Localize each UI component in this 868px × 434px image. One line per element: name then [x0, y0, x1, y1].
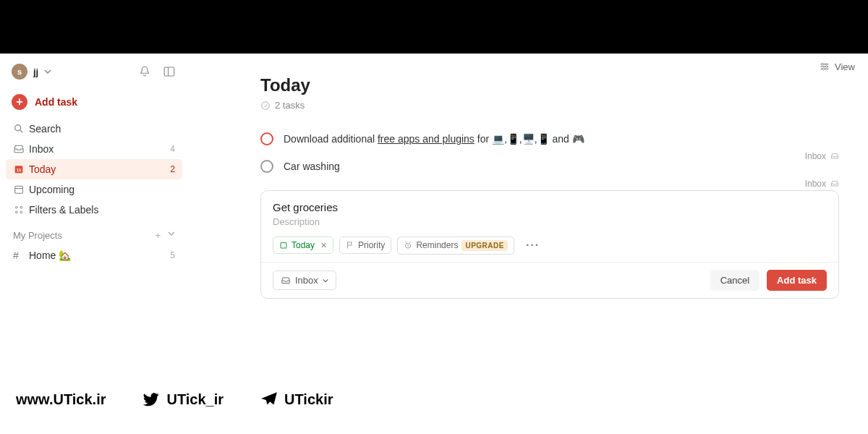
- due-date-chip[interactable]: Today ✕: [273, 237, 333, 254]
- priority-chip[interactable]: Priority: [339, 237, 391, 254]
- telegram-icon: [260, 390, 278, 409]
- website-link[interactable]: www.UTick.ir: [16, 391, 106, 408]
- search-icon: [13, 123, 29, 135]
- reminders-chip[interactable]: Reminders UPGRADE: [397, 237, 514, 255]
- alarm-icon: [404, 241, 412, 250]
- main-content: View Today 2 tasks Download additional f…: [188, 54, 868, 365]
- sidebar: s jj + Add task Search Inbox: [0, 54, 188, 365]
- add-task-submit-button[interactable]: Add task: [767, 270, 827, 291]
- inbox-icon: [281, 276, 291, 286]
- svg-point-8: [15, 206, 17, 208]
- user-menu[interactable]: s jj: [12, 64, 51, 80]
- notifications-button[interactable]: [137, 64, 152, 79]
- svg-point-11: [20, 211, 22, 213]
- sidebar-item-label: Upcoming: [29, 184, 175, 195]
- task-checkbox[interactable]: [260, 160, 273, 173]
- sidebar-item-label: Filters & Labels: [29, 204, 175, 216]
- task-count-text: 2 tasks: [275, 100, 305, 111]
- task-link[interactable]: free apps and plugins: [378, 133, 475, 145]
- twitter-icon: [142, 390, 161, 409]
- task-title-input[interactable]: [273, 201, 827, 213]
- sidebar-item-label: Home 🏡: [29, 250, 170, 261]
- task-checkbox[interactable]: [260, 132, 273, 145]
- inbox-icon: [13, 143, 29, 155]
- sidebar-item-label: Today: [29, 163, 170, 175]
- view-label: View: [835, 61, 855, 72]
- sidebar-item-inbox[interactable]: Inbox 4: [6, 139, 182, 159]
- footer-branding: www.UTick.ir UTick_ir UTickir: [0, 365, 868, 434]
- remove-date-button[interactable]: ✕: [320, 241, 327, 250]
- page-title: Today: [260, 75, 839, 95]
- add-project-button[interactable]: +: [155, 230, 161, 241]
- sidebar-project-home[interactable]: # Home 🏡 5: [6, 245, 182, 265]
- panel-icon: [163, 65, 176, 78]
- svg-rect-0: [164, 67, 174, 76]
- task-row[interactable]: Download additional free apps and plugin…: [260, 125, 839, 153]
- sidebar-item-upcoming[interactable]: Upcoming: [6, 179, 182, 200]
- sidebar-item-label: Search: [29, 123, 175, 135]
- add-task-label: Add task: [35, 96, 77, 108]
- sidebar-section-projects[interactable]: My Projects +: [6, 220, 182, 245]
- svg-point-18: [262, 101, 270, 109]
- sidebar-item-filters[interactable]: Filters & Labels: [6, 200, 182, 220]
- svg-point-16: [825, 66, 827, 68]
- grid-icon: [13, 204, 29, 216]
- username-label: jj: [33, 67, 38, 77]
- view-button[interactable]: View: [819, 61, 855, 72]
- svg-line-3: [20, 130, 22, 132]
- sidebar-item-count: 4: [170, 144, 175, 154]
- task-row[interactable]: Car washing Inbox: [260, 153, 839, 180]
- sliders-icon: [819, 61, 830, 72]
- plus-circle-icon: +: [12, 94, 27, 110]
- hash-icon: #: [13, 250, 29, 261]
- sidebar-toggle-button[interactable]: [162, 64, 176, 79]
- upgrade-badge: UPGRADE: [461, 240, 508, 251]
- task-count: 2 tasks: [260, 100, 839, 111]
- svg-point-10: [15, 211, 17, 213]
- task-title: Download additional free apps and plugin…: [284, 133, 584, 145]
- check-circle-icon: [260, 101, 271, 111]
- telegram-link[interactable]: UTickir: [260, 390, 333, 409]
- svg-point-2: [15, 125, 21, 131]
- inbox-icon: [830, 179, 839, 188]
- section-title: My Projects: [13, 230, 62, 241]
- task-description-input[interactable]: Description: [273, 216, 827, 227]
- avatar: s: [12, 64, 27, 80]
- flag-icon: [346, 241, 354, 250]
- project-selector[interactable]: Inbox: [273, 271, 336, 290]
- more-options-button[interactable]: ···: [520, 236, 545, 255]
- svg-rect-19: [281, 243, 286, 249]
- add-task-button[interactable]: + Add task: [6, 90, 182, 114]
- twitter-link[interactable]: UTick_ir: [142, 390, 224, 409]
- bell-icon: [138, 65, 151, 78]
- chevron-down-icon[interactable]: [168, 230, 175, 237]
- chevron-down-icon: [323, 278, 328, 284]
- task-project-label[interactable]: Inbox: [805, 179, 839, 189]
- calendar-icon: [13, 184, 29, 195]
- cancel-button[interactable]: Cancel: [710, 270, 760, 291]
- chevron-down-icon: [44, 68, 51, 75]
- svg-rect-6: [15, 186, 23, 193]
- sidebar-item-today[interactable]: 11 Today 2: [6, 159, 182, 179]
- task-title: Car washing: [284, 161, 340, 172]
- calendar-icon: [279, 241, 288, 250]
- calendar-today-icon: 11: [13, 163, 29, 175]
- sidebar-item-label: Inbox: [29, 143, 170, 155]
- svg-point-15: [822, 63, 824, 65]
- task-editor: Description Today ✕ Priority Reminders: [260, 190, 839, 299]
- svg-text:11: 11: [17, 168, 22, 172]
- svg-point-9: [20, 206, 22, 208]
- sidebar-item-search[interactable]: Search: [6, 119, 182, 139]
- sidebar-item-count: 5: [170, 250, 175, 260]
- sidebar-item-count: 2: [170, 164, 175, 174]
- svg-point-17: [822, 68, 825, 70]
